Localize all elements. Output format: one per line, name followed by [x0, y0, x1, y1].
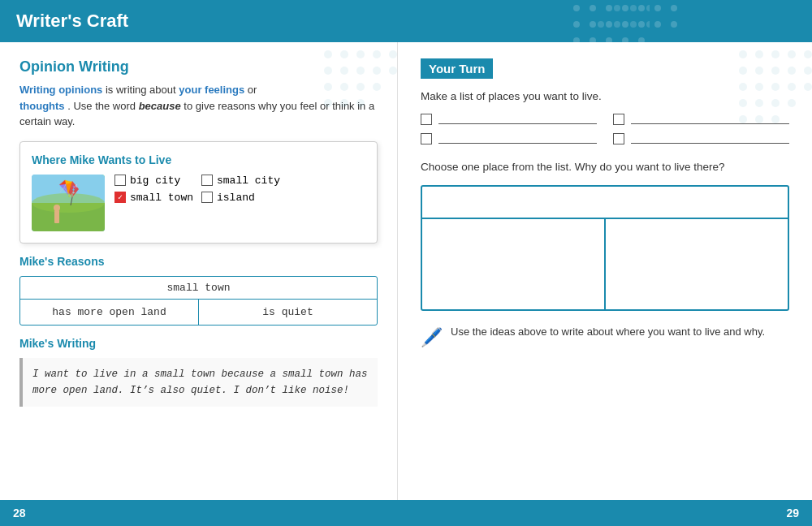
svg-point-30 [389, 50, 397, 58]
svg-point-37 [340, 83, 348, 91]
mikes-writing-box: I want to live in a small town because a… [19, 358, 378, 407]
page-num-left: 28 [13, 507, 26, 520]
example-card: Where Mike Wants to Live [19, 141, 378, 244]
intro-text-2: . Use the word [67, 100, 138, 112]
svg-point-36 [324, 83, 332, 91]
intro-writing-opinions: Writing opinions [19, 84, 102, 96]
svg-point-55 [739, 67, 747, 75]
writing-grid[interactable] [421, 185, 789, 311]
svg-point-57 [771, 67, 780, 75]
svg-point-33 [356, 67, 365, 75]
reasons-cell-right: is quiet [199, 300, 377, 325]
svg-point-28 [356, 50, 365, 58]
svg-point-5 [654, 5, 661, 11]
page-num-right: 29 [786, 507, 799, 520]
intro-your-feelings: your feelings [179, 84, 244, 96]
writing-grid-top-row [422, 187, 788, 219]
check-square-4 [613, 133, 624, 144]
your-turn-badge: Your Turn [421, 58, 493, 79]
checklist-item-3 [421, 133, 597, 144]
svg-point-20 [630, 5, 637, 11]
svg-point-50 [739, 50, 747, 58]
pencil-icon: 🖊️ [421, 327, 443, 348]
right-page: Your Turn Make a list of places you want… [398, 42, 812, 500]
check-square-3 [421, 133, 432, 144]
svg-point-63 [788, 83, 796, 91]
svg-point-13 [671, 21, 677, 28]
svg-point-21 [646, 5, 650, 11]
checkbox-small-city-box [201, 175, 213, 186]
checkbox-big-city: big city [114, 175, 193, 187]
card-body: big city small city ✓ small town isl [32, 175, 365, 231]
reasons-cell-left: has more open land [20, 300, 199, 325]
checkboxes-grid: big city small city ✓ small town isl [114, 175, 280, 204]
reasons-table: small town has more open land is quiet [19, 276, 378, 326]
checkbox-island: island [201, 192, 280, 204]
svg-point-31 [324, 67, 332, 75]
svg-point-54 [804, 50, 812, 58]
svg-point-61 [755, 83, 763, 91]
writing-grid-right-cell [606, 219, 788, 309]
svg-point-23 [614, 21, 620, 28]
mikes-writing-section: Mike's Writing I want to live in a small… [19, 337, 378, 407]
svg-marker-46 [66, 181, 79, 197]
svg-point-22 [598, 21, 604, 28]
svg-point-38 [356, 83, 365, 91]
intro-text-1: is writing about [106, 84, 179, 96]
checkbox-small-town: ✓ small town [114, 192, 193, 204]
right-bg-dots [731, 42, 812, 164]
svg-point-26 [324, 50, 332, 58]
intro-or: or [248, 84, 257, 96]
intro-because: because [139, 100, 181, 112]
card-title: Where Mike Wants to Live [32, 153, 365, 166]
checklist-item-1 [421, 114, 597, 125]
svg-point-42 [356, 99, 365, 107]
svg-point-27 [340, 50, 348, 58]
reasons-row: has more open land is quiet [20, 300, 377, 325]
svg-point-62 [771, 83, 780, 91]
bottom-hint: 🖊️ Use the ideas above to write about wh… [421, 326, 789, 348]
svg-point-58 [788, 67, 796, 75]
card-image [32, 175, 105, 231]
mikes-writing-title: Mike's Writing [19, 337, 378, 350]
check-line-3 [438, 143, 597, 144]
svg-point-65 [739, 99, 747, 107]
svg-point-12 [654, 21, 661, 28]
svg-point-56 [755, 67, 763, 75]
check-square-1 [421, 114, 432, 125]
svg-point-35 [389, 67, 397, 75]
svg-point-69 [739, 115, 747, 123]
checkbox-big-city-box [114, 175, 126, 186]
hint-text: Use the ideas above to write about where… [451, 326, 765, 338]
svg-point-66 [755, 99, 763, 107]
svg-point-25 [646, 21, 650, 28]
svg-point-6 [671, 5, 677, 11]
svg-point-40 [324, 99, 332, 107]
svg-point-59 [804, 67, 812, 75]
svg-point-68 [788, 99, 796, 107]
svg-point-32 [340, 67, 348, 75]
svg-point-60 [739, 83, 747, 91]
svg-point-45 [32, 193, 105, 213]
checkbox-small-town-box: ✓ [114, 192, 126, 203]
intro-thoughts: thoughts [19, 100, 65, 112]
check-square-2 [613, 114, 624, 125]
svg-rect-48 [54, 210, 59, 223]
header-decoration-right [406, 0, 650, 42]
svg-point-34 [373, 67, 381, 75]
svg-point-24 [630, 21, 637, 28]
checkbox-small-city: small city [201, 175, 280, 187]
left-page: Opinion Writing Writing opinions is writ… [0, 42, 398, 500]
svg-point-41 [340, 99, 348, 107]
checkbox-island-box [201, 192, 213, 203]
svg-point-70 [755, 115, 763, 123]
svg-point-53 [788, 50, 796, 58]
svg-point-49 [54, 205, 60, 211]
mikes-reasons-title: Mike's Reasons [19, 255, 378, 268]
svg-point-64 [804, 83, 812, 91]
page-footer: 28 29 [0, 500, 812, 526]
svg-point-19 [614, 5, 620, 11]
mikes-reasons-section: Mike's Reasons small town has more open … [19, 255, 378, 326]
kite-image [32, 175, 105, 231]
left-bg-dots [316, 42, 397, 123]
